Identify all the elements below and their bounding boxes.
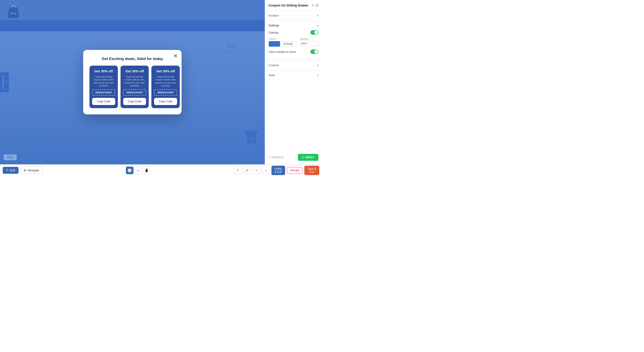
edit-label: Edit bbox=[10, 168, 15, 172]
style-accordion-header[interactable]: Style ▾ bbox=[265, 70, 322, 80]
navigate-label: Navigate bbox=[28, 168, 39, 172]
coupon-code-3: 30DISCOUNT bbox=[154, 89, 177, 96]
edit-icon: ✎ bbox=[6, 168, 9, 172]
history-button[interactable]: ↺ bbox=[243, 166, 251, 174]
panel-header: Coupon On Sliding Drawer × ⊡ bbox=[265, 0, 322, 11]
canvas-area: Shop ling ERS > Get Di bbox=[0, 0, 265, 164]
edit-button[interactable]: ✎ Edit bbox=[3, 167, 18, 174]
modal-close-button[interactable]: ✕ bbox=[174, 54, 178, 58]
opacity-col-label: Opacity bbox=[300, 37, 318, 40]
opacity-value: 60% bbox=[302, 42, 306, 45]
save-label: Save &Exit bbox=[308, 167, 316, 173]
coupon-card-2: Get 30% off Copy and use this coupon cod… bbox=[120, 66, 149, 108]
copy-code-button-2[interactable]: Copy Code bbox=[123, 98, 146, 105]
tablet-view-button[interactable]: ▭ bbox=[134, 166, 142, 174]
click-outside-toggle[interactable] bbox=[310, 50, 318, 54]
coupon-code-1: 30DISCOUNT bbox=[92, 89, 115, 96]
mobile-view-button[interactable]: 📱 bbox=[143, 166, 150, 174]
modal-overlay[interactable]: Get Exciting deals, Valid for today ✕ Ge… bbox=[0, 0, 265, 164]
coupon-desc-3: Copy and use this coupon code for 30% di… bbox=[154, 75, 177, 87]
coupon-title-3: Get 30% off bbox=[156, 69, 175, 73]
modal-title: Get Exciting deals, Valid for today bbox=[90, 57, 175, 61]
settings-label: Settings bbox=[268, 24, 279, 27]
click-outside-label: Click outside to close bbox=[268, 50, 296, 54]
click-outside-row: Click outside to close bbox=[268, 50, 318, 54]
coupon-card-1: Get 30% off Copy and use this coupon cod… bbox=[90, 66, 118, 108]
style-label: Style bbox=[268, 73, 275, 77]
colour-swatch[interactable] bbox=[268, 41, 280, 47]
copy-code-button-3[interactable]: Copy Code bbox=[154, 98, 177, 105]
content-label: Content bbox=[268, 64, 279, 67]
navigate-button[interactable]: ⊕ Navigate bbox=[20, 166, 42, 174]
opacity-arrow-icon: ▾ bbox=[307, 42, 308, 45]
coupon-code-2: 30DISCOUNT bbox=[123, 89, 146, 96]
position-chevron-icon: ▾ bbox=[317, 14, 318, 17]
colour-col: Colour bbox=[268, 37, 297, 47]
panel-header-icons: × ⊡ bbox=[312, 3, 318, 8]
question-icon: ? bbox=[237, 168, 238, 172]
content-accordion-header[interactable]: Content ▾ bbox=[265, 60, 322, 70]
position-accordion-header[interactable]: Position ▾ bbox=[265, 11, 322, 20]
add-button[interactable]: + bbox=[262, 166, 270, 174]
colour-swatch-row bbox=[268, 41, 297, 47]
apply-button[interactable]: ✓ APPLY bbox=[298, 154, 318, 161]
cursor-icon: ↖ bbox=[255, 168, 258, 172]
history-icon: ↺ bbox=[246, 168, 248, 172]
position-label: Position bbox=[268, 14, 279, 17]
overlay-toggle[interactable] bbox=[310, 30, 318, 35]
mobile-icon: 📱 bbox=[145, 168, 148, 172]
right-panel: Coupon On Sliding Drawer × ⊡ Position ▾ … bbox=[265, 0, 322, 164]
content-chevron-icon: ▾ bbox=[317, 64, 318, 67]
coupon-desc-2: Copy and use this coupon code for 30% di… bbox=[123, 75, 146, 87]
coupon-grid: Get 30% off Copy and use this coupon cod… bbox=[90, 66, 175, 108]
coupon-desc-1: Copy and use this coupon code for 30% di… bbox=[92, 75, 115, 87]
modal: Get Exciting deals, Valid for today ✕ Ge… bbox=[83, 50, 182, 114]
style-chevron-icon: ▾ bbox=[317, 74, 318, 77]
panel-responsive-button[interactable]: ⊡ bbox=[316, 3, 318, 8]
plus-icon: + bbox=[265, 168, 267, 172]
desktop-view-button[interactable]: ⬜ bbox=[126, 166, 134, 174]
discard-button[interactable]: Discard bbox=[287, 167, 303, 174]
panel-close-button[interactable]: × bbox=[312, 3, 314, 8]
save-exit-button[interactable]: Save &Exit bbox=[304, 166, 319, 175]
settings-accordion-header[interactable]: Settings ▴ bbox=[265, 21, 322, 30]
coupon-card-3: Get 30% off Copy and use this coupon cod… bbox=[152, 66, 180, 108]
nullify-label: Nullify& Exit bbox=[274, 167, 282, 173]
remove-icon: ☐ bbox=[268, 156, 271, 159]
opacity-col: Opacity 60% ▾ bbox=[300, 37, 318, 46]
tablet-icon: ▭ bbox=[137, 168, 140, 172]
settings-chevron-icon: ▴ bbox=[317, 24, 318, 27]
content-section: Content ▾ bbox=[265, 60, 322, 70]
nullify-exit-button[interactable]: Nullify& Exit bbox=[272, 166, 285, 175]
opacity-select-wrap[interactable]: 60% ▾ bbox=[300, 41, 318, 46]
device-btn-group: ⬜ ▭ 📱 bbox=[126, 166, 150, 174]
remove-button[interactable]: ☐ REMOVE bbox=[268, 154, 284, 161]
right-panel-bottom: ☐ REMOVE ✓ APPLY bbox=[265, 150, 322, 164]
desktop-icon: ⬜ bbox=[128, 168, 132, 172]
settings-content: Overlay Colour Opacity bbox=[265, 30, 322, 60]
colour-opacity-row: Colour Opacity 60% ▾ bbox=[268, 37, 318, 47]
overlay-label: Overlay bbox=[268, 31, 278, 34]
overlay-row: Overlay bbox=[268, 30, 318, 35]
settings-section: Settings ▴ Overlay Colour bbox=[265, 21, 322, 60]
panel-title: Coupon On Sliding Drawer bbox=[268, 4, 308, 7]
colour-hex-input[interactable] bbox=[281, 41, 297, 46]
coupon-title-1: Get 30% off bbox=[94, 69, 113, 73]
style-section: Style ▾ bbox=[265, 70, 322, 80]
bottom-toolbar: ✎ Edit ⊕ Navigate ⬜ ▭ 📱 ? ↺ ↖ + Nullify&… bbox=[0, 164, 322, 176]
remove-label: REMOVE bbox=[272, 156, 284, 159]
navigate-icon: ⊕ bbox=[24, 168, 26, 172]
coupon-title-2: Get 30% off bbox=[126, 69, 144, 73]
position-section: Position ▾ bbox=[265, 11, 322, 21]
copy-code-button-1[interactable]: Copy Code bbox=[92, 98, 115, 105]
help-button[interactable]: ? bbox=[234, 166, 242, 174]
cursor-button[interactable]: ↖ bbox=[253, 166, 260, 174]
colour-col-label: Colour bbox=[268, 37, 297, 40]
